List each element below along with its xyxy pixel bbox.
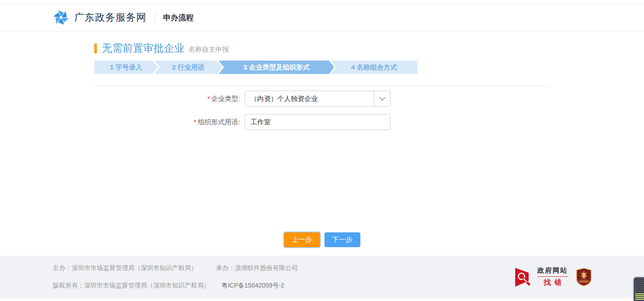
security-shield-badge[interactable] [576, 268, 591, 286]
previous-step-button[interactable]: 上一步 [284, 232, 320, 247]
error-badge-line2: 找错 [544, 278, 565, 288]
footer-line-2: 版权所有：深圳市市场监督管理局（深圳市知识产权局）粤ICP备15042059号-… [53, 282, 298, 290]
footer-line-1: 主办：深圳市市场监督管理局（深圳市知识产权局）承办：浪潮软件股份有限公司 [53, 264, 298, 272]
page-subtitle: 名称自主申报 [188, 45, 229, 54]
gov-site-error-report-badge[interactable]: 政府网站 找错 [515, 266, 568, 288]
step-2-industry-term[interactable]: 2 行业用语 [154, 61, 222, 74]
form: *企业类型: （内资）个人独资企业 *组织形式用语: [94, 91, 550, 130]
button-row: 上一步 下一步 [94, 232, 550, 247]
required-asterisk: * [207, 95, 210, 102]
content-container: 无需前置审批企业 名称自主申报 1 字号录入 2 行业用语 3 企业类型及组织形… [94, 31, 550, 247]
main-area: 无需前置审批企业 名称自主申报 1 字号录入 2 行业用语 3 企业类型及组织形… [0, 31, 644, 256]
magnifier-flag-icon [515, 267, 534, 288]
required-asterisk: * [194, 118, 197, 126]
org-form-input[interactable] [245, 114, 390, 130]
header: 广东政务服务网 申办流程 [0, 4, 644, 31]
step-3-enterprise-type[interactable]: 3 企业类型及组织形式 [219, 61, 334, 74]
pinwheel-logo-icon [53, 9, 69, 26]
site-logo-home-link[interactable]: 广东政务服务网 [53, 9, 147, 26]
error-badge-text: 政府网站 找错 [538, 266, 568, 288]
step-4-name-combination[interactable]: 4 名称组合方式 [331, 61, 417, 74]
footer-inner: 主办：深圳市市场监督管理局（深圳市知识产权局）承办：浪潮软件股份有限公司 版权所… [53, 256, 591, 298]
error-badge-rule [538, 276, 568, 277]
next-step-button[interactable]: 下一步 [324, 232, 360, 247]
bottom-strip [0, 298, 644, 301]
page-title: 无需前置审批企业 [102, 41, 184, 55]
site-name: 广东政务服务网 [74, 11, 147, 24]
org-form-row: *组织形式用语: [94, 114, 550, 130]
enterprise-type-select[interactable]: （内资）个人独资企业 [245, 91, 390, 107]
header-inner: 广东政务服务网 申办流程 [53, 4, 591, 31]
footer-badges: 政府网站 找错 [515, 266, 591, 288]
enterprise-type-selected-value: （内资）个人独资企业 [245, 91, 374, 106]
title-accent-bar [94, 44, 97, 53]
footer: 主办：深圳市市场监督管理局（深圳市知识产权局）承办：浪潮软件股份有限公司 版权所… [0, 256, 644, 298]
section-divider [94, 86, 550, 86]
icp-number[interactable]: 粤ICP备15042059号-2 [222, 282, 285, 289]
page-label: 申办流程 [163, 13, 194, 23]
chevron-down-icon[interactable] [374, 91, 390, 106]
widget-stripes [635, 279, 644, 293]
widget-stripes-highlight [635, 293, 644, 300]
undertake-value: 浪潮软件股份有限公司 [235, 264, 298, 271]
enterprise-type-row: *企业类型: （内资）个人独资企业 [94, 91, 550, 107]
undertake-label: 承办： [216, 264, 235, 271]
error-badge-line1: 政府网站 [538, 266, 568, 275]
step-indicator: 1 字号录入 2 行业用语 3 企业类型及组织形式 4 名称组合方式 [94, 61, 417, 74]
top-strip [0, 0, 644, 4]
copyright-value: 深圳市市场监督管理局（深圳市知识产权局） [84, 282, 210, 289]
title-row: 无需前置审批企业 名称自主申报 [94, 41, 550, 55]
host-label: 主办： [53, 264, 72, 271]
footer-text-block: 主办：深圳市市场监督管理局（深圳市知识产权局）承办：浪潮软件股份有限公司 版权所… [53, 264, 298, 290]
header-divider [155, 12, 155, 23]
enterprise-type-label: *企业类型: [94, 95, 245, 103]
host-value: 深圳市市场监督管理局（深圳市知识产权局） [72, 264, 197, 271]
org-form-label: *组织形式用语: [94, 118, 245, 127]
step-1-company-name[interactable]: 1 字号录入 [94, 61, 158, 74]
copyright-label: 版权所有： [53, 282, 84, 289]
floating-panel-handle[interactable] [634, 277, 644, 301]
